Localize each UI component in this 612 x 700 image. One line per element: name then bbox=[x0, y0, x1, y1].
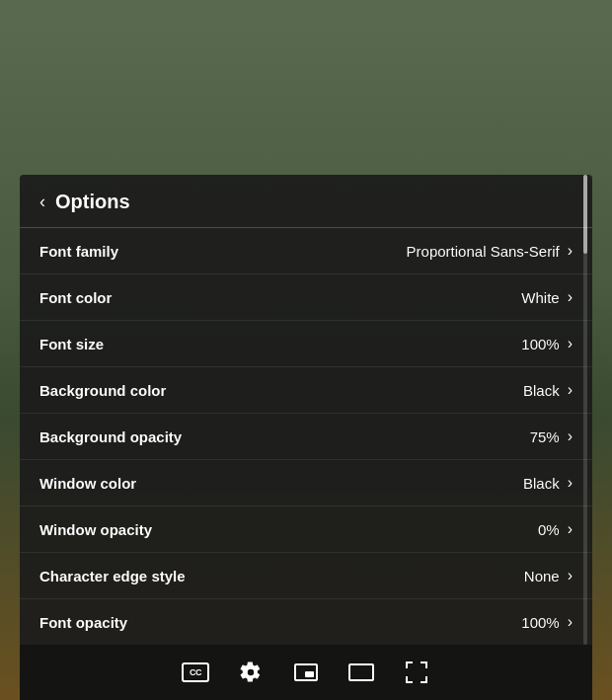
option-label-8: Font opacity bbox=[39, 614, 127, 631]
option-row-8[interactable]: Font opacity100%› bbox=[20, 599, 592, 645]
gear-icon bbox=[240, 661, 262, 683]
option-value-text-2: 100% bbox=[521, 336, 559, 352]
options-list: Font familyProportional Sans-Serif›Font … bbox=[20, 228, 592, 645]
option-value-4: 75%› bbox=[530, 428, 573, 445]
option-value-6: 0%› bbox=[538, 520, 573, 538]
fullscreen-button[interactable] bbox=[401, 657, 432, 688]
theater-button[interactable] bbox=[345, 657, 377, 688]
scrollbar-track bbox=[583, 175, 587, 645]
option-value-7: None› bbox=[524, 567, 573, 584]
option-label-0: Font family bbox=[39, 243, 118, 260]
settings-button[interactable] bbox=[235, 657, 267, 688]
option-label-6: Window opacity bbox=[39, 521, 152, 538]
chevron-right-icon-1: › bbox=[568, 288, 573, 306]
options-header: ‹ Options bbox=[20, 175, 592, 228]
option-value-3: Black› bbox=[523, 381, 573, 399]
option-value-text-0: Proportional Sans-Serif bbox=[407, 243, 560, 260]
option-label-5: Window color bbox=[39, 475, 136, 492]
chevron-right-icon-4: › bbox=[568, 428, 573, 445]
option-label-7: Character edge style bbox=[39, 568, 186, 584]
chevron-right-icon-0: › bbox=[568, 242, 573, 260]
scrollbar[interactable] bbox=[582, 175, 588, 645]
option-value-1: White› bbox=[521, 288, 573, 306]
fullscreen-icon bbox=[406, 661, 427, 683]
chevron-right-icon-7: › bbox=[568, 567, 573, 584]
chevron-right-icon-8: › bbox=[568, 613, 573, 631]
option-value-text-4: 75% bbox=[530, 428, 560, 445]
option-value-text-8: 100% bbox=[521, 614, 559, 631]
scrollbar-thumb bbox=[583, 175, 587, 254]
option-value-text-7: None bbox=[524, 568, 560, 584]
chevron-right-icon-3: › bbox=[568, 381, 573, 399]
miniplayer-icon bbox=[294, 663, 318, 681]
video-player: ‹ Options Font familyProportional Sans-S… bbox=[0, 0, 612, 700]
option-label-3: Background color bbox=[39, 382, 166, 399]
option-label-1: Font color bbox=[39, 289, 112, 306]
option-value-text-3: Black bbox=[523, 382, 560, 399]
miniplayer-button[interactable] bbox=[290, 657, 322, 688]
options-title: Options bbox=[55, 191, 130, 213]
option-value-5: Black› bbox=[523, 474, 573, 492]
option-value-2: 100%› bbox=[521, 335, 573, 352]
option-label-2: Font size bbox=[39, 336, 104, 352]
option-value-text-6: 0% bbox=[538, 521, 560, 538]
theater-icon bbox=[348, 663, 374, 681]
option-row-7[interactable]: Character edge styleNone› bbox=[20, 553, 592, 599]
chevron-right-icon-6: › bbox=[568, 520, 573, 538]
option-row-0[interactable]: Font familyProportional Sans-Serif› bbox=[20, 228, 592, 274]
option-value-text-1: White bbox=[521, 289, 559, 306]
back-button[interactable]: ‹ bbox=[39, 192, 45, 212]
option-value-text-5: Black bbox=[523, 475, 560, 492]
options-panel: ‹ Options Font familyProportional Sans-S… bbox=[20, 175, 592, 700]
chevron-right-icon-5: › bbox=[568, 474, 573, 492]
chevron-right-icon-2: › bbox=[568, 335, 573, 352]
option-value-0: Proportional Sans-Serif› bbox=[407, 242, 573, 260]
option-row-6[interactable]: Window opacity0%› bbox=[20, 506, 592, 553]
controls-bar: CC bbox=[20, 645, 592, 700]
option-row-3[interactable]: Background colorBlack› bbox=[20, 367, 592, 414]
option-row-1[interactable]: Font colorWhite› bbox=[20, 274, 592, 321]
option-value-8: 100%› bbox=[521, 613, 573, 631]
option-row-2[interactable]: Font size100%› bbox=[20, 321, 592, 367]
option-row-4[interactable]: Background opacity75%› bbox=[20, 414, 592, 460]
option-label-4: Background opacity bbox=[39, 428, 182, 445]
option-row-5[interactable]: Window colorBlack› bbox=[20, 460, 592, 506]
cc-button[interactable]: CC bbox=[180, 657, 211, 688]
cc-icon: CC bbox=[182, 662, 209, 682]
